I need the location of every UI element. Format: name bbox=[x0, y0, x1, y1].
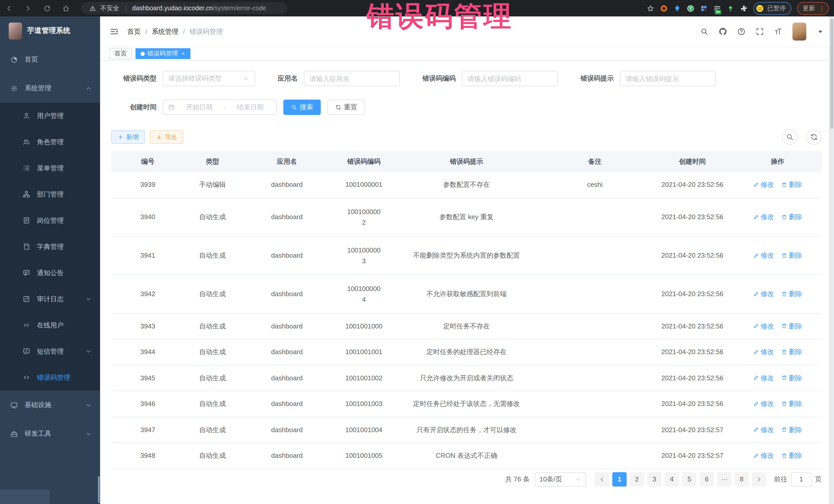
edit-link[interactable]: 修改 bbox=[753, 289, 774, 299]
browser-update-button[interactable]: 更新 bbox=[797, 2, 829, 15]
delete-link[interactable]: 删除 bbox=[781, 213, 802, 221]
prev-page-button[interactable] bbox=[595, 472, 609, 486]
export-button[interactable]: 导出 bbox=[150, 130, 183, 144]
reset-button[interactable]: 重置 bbox=[327, 100, 365, 115]
tab-home[interactable]: 首页 bbox=[109, 48, 132, 59]
user-menu-caret-icon[interactable] bbox=[816, 27, 825, 36]
search-button[interactable]: 搜索 bbox=[283, 100, 321, 115]
sidebar-item-5[interactable]: 部门管理 bbox=[0, 181, 100, 207]
page-button-2[interactable]: 2 bbox=[630, 472, 644, 486]
hamburger-icon bbox=[109, 27, 119, 37]
extension-green-y-icon[interactable] bbox=[687, 4, 695, 12]
help-icon[interactable] bbox=[737, 27, 746, 36]
sms-icon bbox=[23, 348, 30, 355]
delete-link[interactable]: 删除 bbox=[781, 348, 802, 356]
next-page-button[interactable] bbox=[752, 472, 766, 486]
delete-link[interactable]: 删除 bbox=[781, 451, 802, 460]
github-icon[interactable] bbox=[719, 27, 727, 36]
page-button-···[interactable]: ··· bbox=[717, 472, 731, 486]
refresh-table-button[interactable] bbox=[806, 129, 822, 145]
font-size-icon[interactable] bbox=[774, 27, 783, 36]
sidebar-item-6[interactable]: 岗位管理 bbox=[0, 207, 100, 234]
sidebar-item-3[interactable]: 角色管理 bbox=[0, 129, 100, 155]
edit-link[interactable]: 修改 bbox=[753, 251, 774, 260]
user-avatar[interactable] bbox=[792, 23, 806, 41]
extension-orange-ring-icon[interactable] bbox=[660, 4, 668, 12]
date-range-picker[interactable]: 开始日期 - 结束日期 bbox=[163, 100, 277, 115]
edit-link[interactable]: 修改 bbox=[753, 451, 774, 460]
app-name-input[interactable] bbox=[304, 71, 400, 86]
page-button-8[interactable]: 8 bbox=[734, 472, 749, 486]
error-hint-input[interactable] bbox=[620, 71, 716, 86]
delete-link[interactable]: 删除 bbox=[781, 399, 802, 408]
sidebar-item-11[interactable]: 短信管理 bbox=[0, 338, 100, 365]
edit-link[interactable]: 修改 bbox=[753, 180, 774, 189]
goto-page-input[interactable] bbox=[791, 472, 811, 486]
cell-app: dashboard bbox=[241, 365, 333, 391]
edit-link[interactable]: 修改 bbox=[753, 373, 774, 382]
browser-reload-button[interactable] bbox=[43, 4, 51, 12]
window-scrollbar-thumb[interactable] bbox=[830, 19, 833, 129]
announce-icon bbox=[23, 269, 30, 277]
show-search-toggle-button[interactable] bbox=[782, 129, 797, 145]
edit-link[interactable]: 修改 bbox=[753, 213, 774, 221]
browser-back-button[interactable] bbox=[5, 4, 13, 12]
delete-link[interactable]: 删除 bbox=[781, 251, 802, 260]
sidebar-item-14[interactable]: 研发工具 bbox=[0, 419, 100, 448]
page-size-select[interactable]: 10条/页 bbox=[535, 472, 586, 486]
paused-label: 已暂停 bbox=[767, 4, 786, 13]
browser-menu-icon[interactable] bbox=[819, 5, 825, 12]
sidebar-item-0[interactable]: 首页 bbox=[0, 45, 100, 74]
header-search-icon[interactable] bbox=[700, 27, 709, 36]
sidebar-collapse-button[interactable] bbox=[109, 27, 119, 37]
edit-link[interactable]: 修改 bbox=[753, 348, 774, 356]
fullscreen-icon[interactable] bbox=[755, 27, 764, 36]
puzzle-icon bbox=[740, 4, 748, 12]
page-button-1[interactable]: 1 bbox=[612, 472, 627, 486]
profile-paused-badge[interactable]: 已暂停 bbox=[753, 2, 791, 15]
address-bar[interactable]: 不安全 dashboard.yudao.iocoder.cn/system/er… bbox=[81, 2, 287, 14]
sidebar-item-4[interactable]: 菜单管理 bbox=[0, 155, 100, 181]
delete-link[interactable]: 删除 bbox=[781, 180, 802, 189]
delete-link[interactable]: 删除 bbox=[781, 425, 802, 434]
tab-close-icon[interactable] bbox=[181, 51, 185, 56]
extensions-puzzle-icon[interactable] bbox=[740, 4, 748, 12]
delete-link[interactable]: 删除 bbox=[781, 289, 802, 299]
sidebar-item-9[interactable]: 审计日志 bbox=[0, 286, 100, 312]
breadcrumb-item[interactable]: 系统管理 bbox=[152, 27, 178, 36]
trash-icon bbox=[781, 182, 787, 188]
sidebar-item-8[interactable]: 通知公告 bbox=[0, 260, 100, 286]
cell-type: 手动编辑 bbox=[184, 172, 241, 197]
sidebar-item-7[interactable]: 字典管理 bbox=[0, 234, 100, 260]
sidebar-item-10[interactable]: 在线用户 bbox=[0, 312, 100, 338]
sidebar-item-2[interactable]: 用户管理 bbox=[0, 103, 100, 129]
extension-tabs-grid-icon[interactable] bbox=[700, 4, 708, 12]
page-button-6[interactable]: 6 bbox=[700, 472, 714, 486]
delete-link[interactable]: 删除 bbox=[781, 322, 802, 330]
sidebar-item-12[interactable]: 错误码管理 bbox=[0, 365, 100, 391]
tab-error-code[interactable]: 错误码管理 bbox=[135, 48, 191, 59]
browser-forward-button[interactable] bbox=[24, 4, 32, 12]
extension-list-icon[interactable]: on bbox=[714, 4, 721, 12]
column-header: 编号 bbox=[111, 151, 184, 172]
add-button[interactable]: 新增 bbox=[111, 130, 145, 144]
window-scrollbar[interactable] bbox=[829, 17, 834, 504]
breadcrumb-item[interactable]: 首页 bbox=[127, 27, 140, 36]
page-button-3[interactable]: 3 bbox=[647, 472, 662, 486]
sidebar-scrollbar-thumb[interactable] bbox=[98, 476, 100, 503]
page-button-5[interactable]: 5 bbox=[682, 472, 697, 486]
cell-memo: ceshi bbox=[539, 172, 651, 197]
edit-link[interactable]: 修改 bbox=[753, 322, 774, 330]
browser-home-button[interactable] bbox=[62, 4, 70, 12]
sidebar-item-1[interactable]: 系统管理 bbox=[0, 74, 100, 103]
page-button-4[interactable]: 4 bbox=[665, 472, 679, 486]
extension-green-pin-icon[interactable] bbox=[727, 4, 734, 12]
delete-link[interactable]: 删除 bbox=[781, 373, 802, 382]
error-code-input[interactable] bbox=[462, 71, 558, 86]
error-type-select[interactable]: 请选择错误码类型 bbox=[163, 71, 255, 86]
sidebar-item-13[interactable]: 基础设施 bbox=[0, 391, 100, 419]
bookmark-star-icon[interactable] bbox=[647, 4, 654, 12]
edit-link[interactable]: 修改 bbox=[753, 399, 774, 408]
extension-blue-gem-icon[interactable] bbox=[673, 4, 681, 12]
edit-link[interactable]: 修改 bbox=[753, 425, 774, 434]
